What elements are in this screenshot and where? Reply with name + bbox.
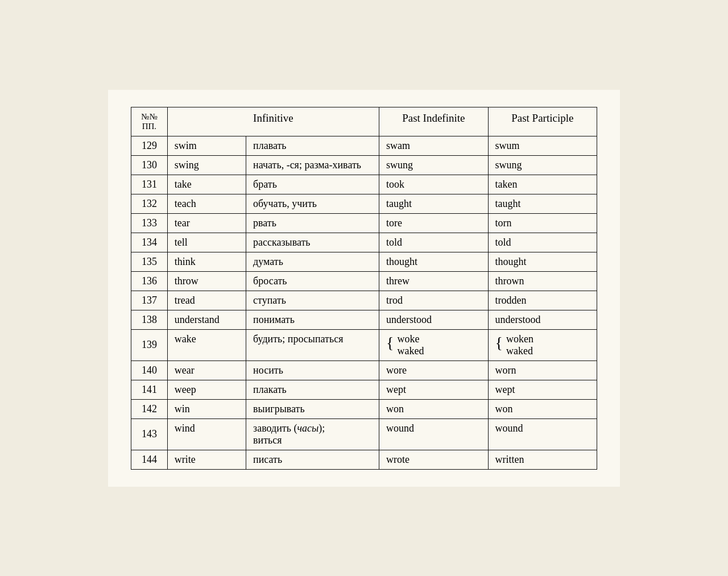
infinitive-russian: будить; просыпаться: [246, 329, 379, 360]
past-indefinite: {wokewaked: [379, 329, 488, 360]
past-participle: written: [488, 450, 597, 469]
table-row: 132teachобучать, учитьtaughttaught: [131, 194, 597, 213]
past-participle: trodden: [488, 291, 597, 310]
infinitive-english: throw: [167, 271, 246, 291]
past-participle: torn: [488, 213, 597, 233]
infinitive-russian: рвать: [246, 213, 379, 233]
infinitive-english: weep: [167, 380, 246, 399]
infinitive-russian: обучать, учить: [246, 194, 379, 213]
infinitive-english: wind: [167, 418, 246, 450]
row-number: 134: [131, 233, 168, 252]
past-participle: taught: [488, 194, 597, 213]
row-number: 135: [131, 252, 168, 271]
past-indefinite: swam: [379, 136, 488, 155]
past-participle: wound: [488, 418, 597, 450]
infinitive-english: take: [167, 175, 246, 194]
past-indefinite: threw: [379, 271, 488, 291]
past-participle: swum: [488, 136, 597, 155]
row-number: 143: [131, 418, 168, 450]
infinitive-russian: рассказывать: [246, 233, 379, 252]
past-indefinite: tore: [379, 213, 488, 233]
infinitive-english: swim: [167, 136, 246, 155]
infinitive-russian: выигрывать: [246, 399, 379, 418]
infinitive-russian: писать: [246, 450, 379, 469]
infinitive-english: win: [167, 399, 246, 418]
infinitive-russian: плакать: [246, 380, 379, 399]
infinitive-english: teach: [167, 194, 246, 213]
past-indefinite: thought: [379, 252, 488, 271]
past-indefinite: wore: [379, 360, 488, 380]
infinitive-english: write: [167, 450, 246, 469]
table-row: 139wakeбудить; просыпаться{wokewaked{wok…: [131, 329, 597, 360]
infinitive-russian: понимать: [246, 310, 379, 329]
row-number: 129: [131, 136, 168, 155]
header-num: №№ПП.: [131, 107, 168, 136]
infinitive-russian: носить: [246, 360, 379, 380]
past-participle: understood: [488, 310, 597, 329]
past-indefinite: understood: [379, 310, 488, 329]
past-participle: thought: [488, 252, 597, 271]
irregular-verbs-table: №№ПП. Infinitive Past Indefinite Past Pa…: [131, 107, 597, 470]
past-indefinite: told: [379, 233, 488, 252]
table-row: 135thinkдуматьthoughtthought: [131, 252, 597, 271]
row-number: 133: [131, 213, 168, 233]
past-indefinite: wept: [379, 380, 488, 399]
past-indefinite: took: [379, 175, 488, 194]
past-participle: won: [488, 399, 597, 418]
infinitive-english: tread: [167, 291, 246, 310]
table-row: 136throwбросатьthrewthrown: [131, 271, 597, 291]
infinitive-english: tear: [167, 213, 246, 233]
past-participle: told: [488, 233, 597, 252]
row-number: 136: [131, 271, 168, 291]
row-number: 142: [131, 399, 168, 418]
row-number: 131: [131, 175, 168, 194]
past-indefinite: taught: [379, 194, 488, 213]
table-row: 143windзаводить (часы);витьсяwoundwound: [131, 418, 597, 450]
past-participle: swung: [488, 155, 597, 175]
table-row: 142winвыигрыватьwonwon: [131, 399, 597, 418]
infinitive-russian: заводить (часы);виться: [246, 418, 379, 450]
row-number: 139: [131, 329, 168, 360]
table-row: 130swingначать, -ся; разма-хиватьswungsw…: [131, 155, 597, 175]
infinitive-english: tell: [167, 233, 246, 252]
infinitive-russian: брать: [246, 175, 379, 194]
past-indefinite: wrote: [379, 450, 488, 469]
table-row: 131takeбратьtooktaken: [131, 175, 597, 194]
row-number: 137: [131, 291, 168, 310]
infinitive-english: wake: [167, 329, 246, 360]
table-row: 133tearрватьtoretorn: [131, 213, 597, 233]
table-row: 137treadступатьtrodtrodden: [131, 291, 597, 310]
infinitive-english: understand: [167, 310, 246, 329]
table-row: 141weepплакатьweptwept: [131, 380, 597, 399]
past-indefinite: trod: [379, 291, 488, 310]
table-row: 134tellрассказыватьtoldtold: [131, 233, 597, 252]
table-row: 140wearноситьworeworn: [131, 360, 597, 380]
infinitive-russian: думать: [246, 252, 379, 271]
infinitive-english: swing: [167, 155, 246, 175]
header-infinitive: Infinitive: [167, 107, 379, 136]
infinitive-russian: плавать: [246, 136, 379, 155]
infinitive-russian: бросать: [246, 271, 379, 291]
infinitive-english: think: [167, 252, 246, 271]
table-row: 144writeписатьwrotewritten: [131, 450, 597, 469]
row-number: 144: [131, 450, 168, 469]
table-row: 129swimплаватьswamswum: [131, 136, 597, 155]
row-number: 141: [131, 380, 168, 399]
infinitive-russian: начать, -ся; разма-хивать: [246, 155, 379, 175]
infinitive-russian: ступать: [246, 291, 379, 310]
page-container: №№ПП. Infinitive Past Indefinite Past Pa…: [108, 90, 620, 487]
past-participle: thrown: [488, 271, 597, 291]
past-indefinite: won: [379, 399, 488, 418]
past-participle: taken: [488, 175, 597, 194]
past-participle: wept: [488, 380, 597, 399]
row-number: 140: [131, 360, 168, 380]
past-participle: {wokenwaked: [488, 329, 597, 360]
past-indefinite: wound: [379, 418, 488, 450]
header-past-indefinite: Past Indefinite: [379, 107, 488, 136]
table-row: 138understandпониматьunderstoodunderstoo…: [131, 310, 597, 329]
past-indefinite: swung: [379, 155, 488, 175]
row-number: 138: [131, 310, 168, 329]
row-number: 132: [131, 194, 168, 213]
row-number: 130: [131, 155, 168, 175]
header-past-participle: Past Participle: [488, 107, 597, 136]
